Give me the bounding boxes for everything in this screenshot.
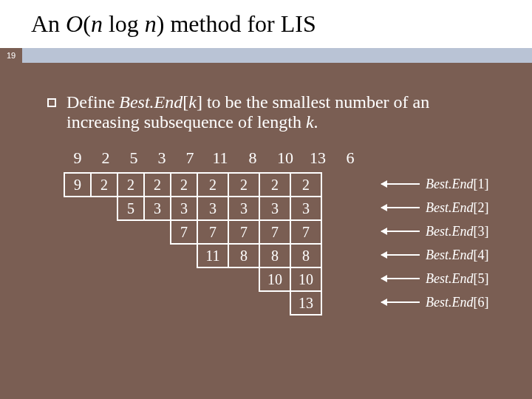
arrow-left-icon xyxy=(381,254,420,256)
body: Define Best.End[k] to be the smallest nu… xyxy=(0,63,532,316)
row-labels: Best.End[1] Best.End[2] Best.End[3] Best… xyxy=(381,172,489,314)
label-row: Best.End[6] xyxy=(381,290,489,314)
label-text: Best.End[6] xyxy=(426,295,489,310)
seq-num: 8 xyxy=(236,149,269,168)
label-text: Best.End[1] xyxy=(426,177,489,192)
label-text: Best.End[5] xyxy=(426,271,489,287)
arrow-left-icon xyxy=(381,183,420,185)
seq-num: 11 xyxy=(204,149,236,168)
cell: 2 xyxy=(117,173,144,197)
slide-title: An O(n log n) method for LIS xyxy=(31,10,532,38)
cell: 10 xyxy=(290,267,321,291)
label-text: Best.End[4] xyxy=(426,248,489,263)
label-row: Best.End[4] xyxy=(381,243,489,267)
cell: 2 xyxy=(228,173,259,197)
cell: 8 xyxy=(259,244,290,267)
cell: 2 xyxy=(259,173,290,197)
arrow-left-icon xyxy=(381,278,420,279)
cell: 5 xyxy=(117,197,144,220)
title-n2: n xyxy=(145,10,157,37)
label-text: Best.End[3] xyxy=(426,224,489,239)
cell: 2 xyxy=(144,173,171,197)
cell: 7 xyxy=(259,220,290,244)
cell: 3 xyxy=(171,197,197,220)
cell: 13 xyxy=(290,291,321,315)
cell: 3 xyxy=(259,197,290,220)
cell: 11 xyxy=(197,244,228,267)
table-row: 11 8 8 8 xyxy=(64,244,321,267)
arrow-left-icon xyxy=(381,207,420,208)
title-log: log xyxy=(103,10,145,37)
title-bigO: O xyxy=(66,10,83,37)
title-paren: ( xyxy=(83,10,91,37)
cell: 3 xyxy=(290,197,321,220)
bullet-icon xyxy=(47,98,56,107)
table-row: 5 3 3 3 3 3 3 xyxy=(64,197,321,220)
cell: 3 xyxy=(144,197,171,220)
seq-num: 5 xyxy=(120,149,148,168)
cell: 3 xyxy=(197,197,228,220)
label-text: Best.End[2] xyxy=(426,200,489,216)
table-row: 13 xyxy=(64,291,321,315)
cell: 2 xyxy=(171,173,197,197)
cell: 2 xyxy=(197,173,228,197)
cell: 8 xyxy=(228,244,259,267)
bestend-table: 9 2 2 2 2 2 2 2 2 5 3 3 3 3 3 3 xyxy=(64,172,502,316)
seq-num: 7 xyxy=(176,149,204,168)
seq-num: 3 xyxy=(148,149,176,168)
cell: 3 xyxy=(228,197,259,220)
arrow-left-icon xyxy=(381,301,420,303)
cell: 7 xyxy=(197,220,228,244)
seq-num: 2 xyxy=(92,149,120,168)
title-text: An xyxy=(31,10,66,37)
input-sequence: 9 2 5 3 7 11 8 10 13 6 xyxy=(64,149,502,168)
cell: 7 xyxy=(171,220,197,244)
cell: 9 xyxy=(64,173,91,197)
seq-num: 6 xyxy=(334,149,366,168)
table-row: 7 7 7 7 7 xyxy=(64,220,321,244)
cell: 10 xyxy=(259,267,290,291)
cell: 7 xyxy=(228,220,259,244)
arrow-left-icon xyxy=(381,231,420,232)
grid: 9 2 2 2 2 2 2 2 2 5 3 3 3 3 3 3 xyxy=(64,172,322,316)
label-row: Best.End[1] xyxy=(381,172,489,196)
cell: 8 xyxy=(290,244,321,267)
table-row: 9 2 2 2 2 2 2 2 2 xyxy=(64,173,321,197)
title-tail: ) method for LIS xyxy=(157,10,316,37)
label-row: Best.End[3] xyxy=(381,219,489,243)
label-row: Best.End[5] xyxy=(381,267,489,290)
cell: 7 xyxy=(290,220,321,244)
seq-num: 10 xyxy=(269,149,301,168)
seq-num: 13 xyxy=(301,149,334,168)
label-row: Best.End[2] xyxy=(381,196,489,219)
divider-bar xyxy=(22,48,532,63)
seq-num: 9 xyxy=(64,149,92,168)
cell: 2 xyxy=(290,173,321,197)
slide-number: 19 xyxy=(0,48,22,63)
cell: 2 xyxy=(91,173,117,197)
title-n1: n xyxy=(91,10,103,37)
title-area: An O(n log n) method for LIS xyxy=(0,0,532,48)
bullet-text: Define Best.End[k] to be the smallest nu… xyxy=(66,92,502,132)
bullet-item: Define Best.End[k] to be the smallest nu… xyxy=(47,92,502,132)
divider: 19 xyxy=(0,48,532,63)
table-row: 10 10 xyxy=(64,267,321,291)
